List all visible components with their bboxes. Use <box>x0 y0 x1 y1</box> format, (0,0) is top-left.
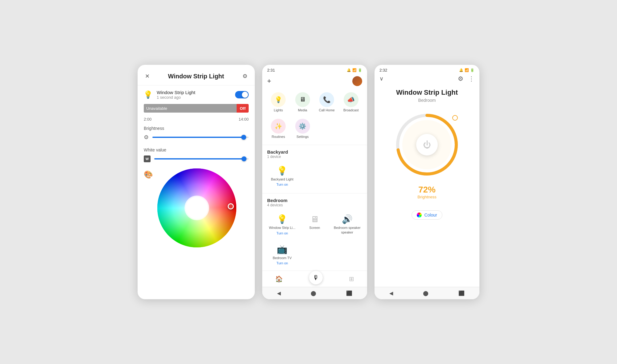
color-wheel[interactable] <box>157 168 237 248</box>
white-value-thumb[interactable] <box>242 156 246 161</box>
bedroom-device-count: 4 devices <box>267 203 362 207</box>
backyard-device-count: 1 device <box>267 155 362 159</box>
media-label: Media <box>298 108 307 112</box>
back-nav-button2[interactable]: ◀ <box>277 290 281 296</box>
quick-actions: 💡 Lights 🖥 Media 📞 Call Home 📣 Broadcast… <box>262 90 367 143</box>
panel2-scroll: 💡 Lights 🖥 Media 📞 Call Home 📣 Broadcast… <box>262 90 367 271</box>
backyard-room-title: Backyard <box>267 149 362 155</box>
status-bar-phone2: 2:31 🔔 📶 🔋 <box>262 65 367 74</box>
recent-nav-button3[interactable]: ⬛ <box>458 290 465 296</box>
close-button[interactable]: ✕ <box>144 72 151 81</box>
time-start: 2:00 <box>144 117 151 122</box>
status-icons2: 🔔 📶 🔋 <box>347 68 362 72</box>
time-labels: 2:00 14:00 <box>138 116 255 122</box>
backyard-light-name: Backyard Light <box>271 177 293 181</box>
mic-fab[interactable]: 🎙 <box>309 271 323 284</box>
qa-lights[interactable]: 💡 Lights <box>267 90 290 114</box>
android-nav3: ◀ ⬤ ⬛ <box>375 287 479 299</box>
brightness-fill <box>152 137 244 138</box>
tv-name: Bedroom TV <box>273 256 292 260</box>
status-bar: Unavailable Off <box>144 104 249 113</box>
back-button3[interactable]: ∨ <box>379 75 383 82</box>
brightness-lbl: Brightness <box>375 195 479 199</box>
status-icons3: 🔔 📶 🔋 <box>459 68 474 72</box>
add-button[interactable]: + <box>267 77 271 85</box>
brightness-label: Brightness <box>138 122 255 133</box>
recent-nav-button2[interactable]: ⬛ <box>346 290 352 296</box>
panel3-device-title: Window Strip Light <box>375 85 479 98</box>
qa-callhome[interactable]: 📞 Call Home <box>316 90 338 114</box>
devices-nav-button[interactable]: ⊞ <box>349 273 354 284</box>
screen-name: Screen <box>309 225 320 230</box>
settings-label: Settings <box>296 135 309 139</box>
home-nav-android3[interactable]: ⬤ <box>423 290 429 296</box>
user-avatar[interactable] <box>352 76 362 86</box>
ring-handle[interactable] <box>452 115 458 121</box>
broadcast-label: Broadcast <box>343 108 359 112</box>
colour-dot <box>417 213 422 217</box>
divider2 <box>262 193 367 193</box>
white-value-label: White value <box>138 143 255 154</box>
home-nav-android2[interactable]: ⬤ <box>311 290 316 296</box>
brightness-icon: ⚙ <box>144 134 149 141</box>
app-header2: + <box>262 74 367 90</box>
speaker-name: Bedroom speaker speaker <box>333 225 361 234</box>
status-time3: 2:32 <box>379 68 387 72</box>
broadcast-icon-circle: 📣 <box>344 92 358 107</box>
device-subtitle: 1 second ago <box>157 95 231 100</box>
screen-card[interactable]: 🖥 Screen <box>300 211 329 239</box>
brightness-ring-container: ⏻ <box>375 108 479 185</box>
window-strip-name: Window Strip Li... <box>269 225 296 230</box>
alarm-icon: 🔔 <box>347 68 351 72</box>
color-wheel-canvas[interactable] <box>157 168 237 248</box>
back-nav-button3[interactable]: ◀ <box>389 290 393 296</box>
divider1 <box>262 145 367 145</box>
color-section: 🎨 <box>138 165 255 254</box>
settings-icon[interactable]: ⚙ <box>241 72 249 81</box>
window-strip-card[interactable]: 💡 Window Strip Li... Turn on <box>267 211 297 239</box>
home-nav-button[interactable]: 🏠 <box>275 273 283 284</box>
qa-routines[interactable]: ✨ Routines <box>267 116 290 141</box>
window-strip-icon: 💡 <box>277 214 288 224</box>
wheel-selector[interactable] <box>228 203 234 209</box>
backyard-light-action[interactable]: Turn on <box>276 183 288 186</box>
spacer3 <box>375 226 479 287</box>
w-icon: W <box>144 155 151 162</box>
bedroom-room-title: Bedroom <box>267 198 362 203</box>
gear-button3[interactable]: ⚙ <box>458 75 463 82</box>
qa-settings[interactable]: ⚙️ Settings <box>292 116 314 141</box>
panel3-device-sub: Bedroom <box>375 98 479 108</box>
wifi-icon3: 📶 <box>465 68 469 72</box>
window-strip-action[interactable]: Turn on <box>276 231 288 235</box>
status-time2: 2:31 <box>267 68 275 72</box>
panel3-status-bar: 2:32 🔔 📶 🔋 <box>375 65 479 74</box>
backyard-light-icon: 💡 <box>277 166 288 176</box>
backyard-light-card[interactable]: 💡 Backyard Light Turn on <box>267 163 297 189</box>
backyard-devices-grid: 💡 Backyard Light Turn on <box>267 161 362 192</box>
white-value-slider-row: W <box>138 154 255 165</box>
alarm-icon3: 🔔 <box>459 68 463 72</box>
tv-card[interactable]: 📺 Bedroom TV Turn on <box>267 241 297 268</box>
qa-media[interactable]: 🖥 Media <box>292 90 314 114</box>
device-toggle[interactable] <box>235 91 249 98</box>
panel-home: 2:31 🔔 📶 🔋 + 💡 Lights 🖥 Media 📞 Call Hom… <box>262 65 367 299</box>
more-button3[interactable]: ⋮ <box>468 75 474 82</box>
colour-button[interactable]: Colour <box>412 210 442 220</box>
panel1-title: Window Strip Light <box>168 73 224 80</box>
tv-action[interactable]: Turn on <box>276 261 288 265</box>
device-row: 💡 Window Strip Light 1 second ago <box>138 85 255 104</box>
panel3-toolbar: ∨ ⚙ ⋮ <box>375 74 479 85</box>
battery-icon: 🔋 <box>358 68 362 72</box>
power-button[interactable]: ⏻ <box>416 134 438 155</box>
bottom-nav: 🏠 🎙 ⊞ <box>262 271 367 287</box>
qa-broadcast[interactable]: 📣 Broadcast <box>340 90 362 114</box>
lights-icon-circle: 💡 <box>271 92 286 107</box>
status-bar-container: Unavailable Off <box>138 104 255 116</box>
brightness-thumb[interactable] <box>241 135 246 140</box>
backyard-room: Backyard 1 device 💡 Backyard Light Turn … <box>262 146 367 192</box>
brightness-track[interactable] <box>152 137 249 138</box>
white-value-track[interactable] <box>154 158 249 159</box>
bulb-icon: 💡 <box>144 90 152 99</box>
speaker-card[interactable]: 🔊 Bedroom speaker speaker <box>332 211 362 239</box>
android-nav2: ◀ ⬤ ⬛ <box>262 287 367 299</box>
